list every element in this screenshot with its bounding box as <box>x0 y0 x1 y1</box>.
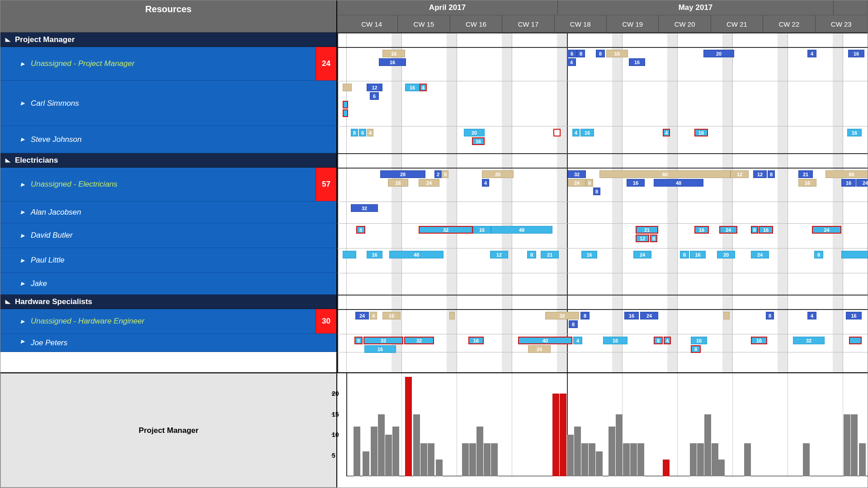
task-bar[interactable]: 21 <box>636 226 658 234</box>
task-bar[interactable]: 28 <box>380 170 425 178</box>
task-bar[interactable]: 24 <box>719 226 737 234</box>
task-bar[interactable]: 16 <box>846 312 862 319</box>
group-row[interactable]: ◣Electricians <box>0 153 336 168</box>
task-bar[interactable]: 32 <box>793 337 825 344</box>
task-bar[interactable]: 8 <box>354 337 363 344</box>
task-bar[interactable]: 4 <box>664 337 671 344</box>
task-bar[interactable]: 4 <box>420 84 427 91</box>
task-bar[interactable] <box>723 312 730 319</box>
task-bar[interactable]: 48 <box>491 226 552 234</box>
task-bar[interactable]: 8 <box>580 312 590 319</box>
task-bar[interactable]: 16 <box>472 137 485 145</box>
task-bar[interactable]: 8 <box>650 235 657 242</box>
task-bar[interactable]: 6 <box>567 50 577 57</box>
task-bar[interactable]: 4 <box>663 129 670 136</box>
resource-row[interactable]: ▶Carl Simmons <box>0 81 336 126</box>
task-bar[interactable] <box>343 109 348 117</box>
task-bar[interactable]: 16 <box>627 179 645 187</box>
task-bar[interactable]: 16 <box>382 50 405 57</box>
task-bar[interactable]: 16 <box>751 337 767 344</box>
task-bar[interactable]: 16 <box>691 337 707 344</box>
task-bar[interactable]: 12 <box>753 170 767 178</box>
task-bar[interactable]: 21 <box>541 251 559 258</box>
group-row[interactable]: ◣Project Manager <box>0 33 336 47</box>
task-bar[interactable]: 16 <box>841 179 856 187</box>
task-bar[interactable]: 16 <box>379 58 406 66</box>
task-bar[interactable]: 8 <box>691 345 701 353</box>
task-bar[interactable]: 16 <box>364 345 396 353</box>
task-bar[interactable]: 21 <box>798 170 813 178</box>
task-bar[interactable]: 6 <box>370 92 379 100</box>
task-bar[interactable]: 32 <box>404 337 434 344</box>
task-bar[interactable]: 16 <box>581 251 597 258</box>
group-row[interactable]: ◣Hardware Specialists <box>0 295 336 309</box>
resource-row[interactable]: ▶David Butler <box>0 223 336 248</box>
task-bar[interactable]: 16 <box>382 312 401 319</box>
task-bar[interactable]: 2 <box>434 170 442 178</box>
task-bar[interactable]: 20 <box>703 50 734 57</box>
task-bar[interactable]: 16 <box>798 179 816 187</box>
task-bar[interactable] <box>849 337 862 344</box>
task-bar[interactable]: 20 <box>482 170 514 178</box>
task-bar[interactable]: 16 <box>690 251 706 258</box>
task-bar[interactable]: 16 <box>388 179 408 187</box>
task-bar[interactable]: 16 <box>603 337 627 344</box>
task-bar[interactable]: 4 <box>572 129 580 136</box>
task-bar[interactable]: 24 <box>751 251 769 258</box>
task-bar[interactable]: 8 <box>356 226 365 234</box>
task-bar[interactable]: 16 <box>848 50 864 57</box>
task-bar[interactable]: 4 <box>807 50 816 57</box>
task-bar[interactable]: 20 <box>464 129 485 136</box>
task-bar[interactable] <box>449 312 455 319</box>
task-bar[interactable]: 16 <box>468 337 484 344</box>
task-bar[interactable]: 12 <box>731 170 749 178</box>
task-bar[interactable] <box>553 129 561 136</box>
task-bar[interactable]: 16 <box>405 84 420 91</box>
task-bar[interactable]: 80 <box>599 170 731 178</box>
task-bar[interactable]: 24 <box>856 179 868 187</box>
task-bar[interactable]: 6 <box>359 129 366 136</box>
task-bar[interactable]: 48 <box>654 179 703 187</box>
task-bar[interactable]: 16 <box>629 58 645 66</box>
task-bar[interactable]: 80 <box>826 170 868 178</box>
task-bar[interactable]: 8 <box>596 50 605 57</box>
task-bar[interactable]: 16 <box>847 129 862 136</box>
task-bar[interactable]: 16 <box>624 312 639 319</box>
task-bar[interactable]: 48 <box>389 251 443 258</box>
task-bar[interactable]: 4 <box>370 312 377 319</box>
task-bar[interactable]: 32 <box>363 337 403 344</box>
task-bar[interactable]: 8 <box>680 251 689 258</box>
task-bar[interactable]: 20 <box>717 251 735 258</box>
task-bar[interactable]: 16 <box>580 129 594 136</box>
task-bar[interactable]: 24 <box>568 179 586 187</box>
task-bar[interactable]: 8 <box>751 226 758 234</box>
task-bar[interactable]: 32 <box>351 204 378 212</box>
task-bar[interactable] <box>841 251 868 258</box>
task-bar[interactable]: 12 <box>367 84 382 91</box>
task-bar[interactable] <box>343 84 352 91</box>
task-bar[interactable]: 16 <box>606 50 628 57</box>
task-bar[interactable]: 32 <box>419 226 473 234</box>
task-bar[interactable]: 12 <box>490 251 508 258</box>
task-bar[interactable]: 8 <box>814 251 823 258</box>
resource-row[interactable]: ▶Jake <box>0 273 336 295</box>
resource-row[interactable]: ▶Joe Peters <box>0 334 336 352</box>
resource-row[interactable]: ▶Paul Little <box>0 248 336 273</box>
task-bar[interactable]: 16 <box>759 226 773 234</box>
task-bar[interactable]: 4 <box>482 179 489 187</box>
task-bar[interactable]: 16 <box>694 226 709 234</box>
resource-row[interactable]: ▶Unassigned - Project Manager24 <box>0 47 336 81</box>
task-bar[interactable]: 24 <box>812 226 841 234</box>
task-bar[interactable]: 12 <box>636 235 649 242</box>
task-bar[interactable]: 32 <box>545 312 579 319</box>
task-bar[interactable]: 8 <box>351 129 358 136</box>
task-bar[interactable]: 16 <box>473 226 491 234</box>
task-bar[interactable]: 24 <box>640 312 658 319</box>
task-bar[interactable]: 4 <box>567 58 576 66</box>
task-bar[interactable]: 8 <box>442 170 448 178</box>
task-bar[interactable]: 4 <box>573 337 582 344</box>
resource-row[interactable]: ▶Unassigned - Electricians57 <box>0 168 336 202</box>
task-bar[interactable]: 8 <box>586 179 593 187</box>
resource-row[interactable]: ▶Steve Johnson <box>0 126 336 153</box>
task-bar[interactable]: 8 <box>577 50 585 57</box>
